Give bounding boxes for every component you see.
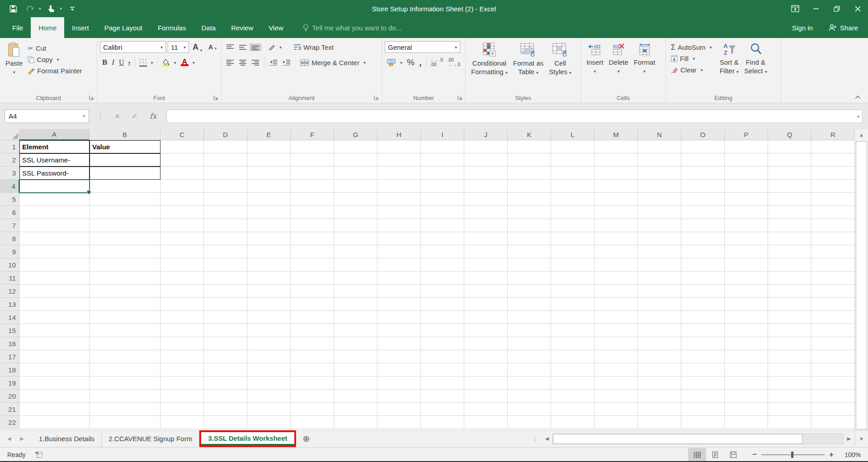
cell-C2[interactable] <box>160 153 204 167</box>
cell-styles-button[interactable]: Cell Styles <box>546 41 574 92</box>
number-format-combo[interactable]: General <box>385 41 460 53</box>
cell-J14[interactable] <box>464 311 508 324</box>
minimize-button[interactable] <box>806 0 826 17</box>
cell-D10[interactable] <box>204 258 247 271</box>
page-layout-view-button[interactable] <box>706 448 724 462</box>
row-header-2[interactable]: 2 <box>0 153 19 167</box>
enter-entry-icon[interactable]: ✓ <box>132 111 138 121</box>
cell-B5[interactable] <box>90 193 160 206</box>
cell-P17[interactable] <box>725 350 768 363</box>
cell-Q8[interactable] <box>768 232 811 245</box>
cell-A22[interactable] <box>19 416 90 429</box>
normal-view-button[interactable] <box>688 448 706 462</box>
cell-E2[interactable] <box>247 153 291 167</box>
cell-D14[interactable] <box>204 311 247 324</box>
cell-N21[interactable] <box>638 403 681 416</box>
column-header-D[interactable]: D <box>204 129 247 140</box>
increase-font-size-button[interactable]: A▲ <box>191 43 205 52</box>
cell-I2[interactable] <box>421 153 464 167</box>
middle-align-button[interactable] <box>237 43 249 51</box>
cell-H1[interactable] <box>377 140 421 153</box>
cell-G3[interactable] <box>334 167 377 180</box>
restore-button[interactable] <box>826 0 847 17</box>
cell-K9[interactable] <box>508 245 551 258</box>
cell-J22[interactable] <box>464 416 508 429</box>
cell-R10[interactable] <box>811 258 854 271</box>
cell-E5[interactable] <box>247 193 291 206</box>
cell-H13[interactable] <box>377 298 421 311</box>
cell-P2[interactable] <box>725 153 768 167</box>
cell-F3[interactable] <box>291 167 334 180</box>
cell-F5[interactable] <box>291 193 334 206</box>
row-header-3[interactable]: 3 <box>0 167 19 180</box>
cell-R3[interactable] <box>811 167 854 180</box>
accounting-format-button[interactable] <box>385 58 405 67</box>
cell-Q10[interactable] <box>768 258 811 271</box>
sheet-tab-3[interactable]: 3.SSL Details Worksheet <box>201 432 294 445</box>
cell-J8[interactable] <box>464 232 508 245</box>
cell-P3[interactable] <box>725 167 768 180</box>
cell-F4[interactable] <box>291 180 334 193</box>
cell-E9[interactable] <box>247 245 291 258</box>
cell-I7[interactable] <box>421 219 464 232</box>
next-sheet-icon[interactable]: ▶ <box>20 436 24 442</box>
font-size-combo[interactable]: 11 <box>168 41 189 53</box>
cell-F14[interactable] <box>291 311 334 324</box>
cell-R22[interactable] <box>811 416 854 429</box>
cell-J13[interactable] <box>464 298 508 311</box>
cell-K7[interactable] <box>508 219 551 232</box>
row-header-20[interactable]: 20 <box>0 390 19 403</box>
comma-style-button[interactable]: , <box>417 57 424 69</box>
cell-R15[interactable] <box>811 324 854 337</box>
cell-L15[interactable] <box>551 324 594 337</box>
cell-I8[interactable] <box>421 232 464 245</box>
cell-O11[interactable] <box>681 271 725 285</box>
column-header-O[interactable]: O <box>681 129 725 140</box>
cell-G1[interactable] <box>334 140 377 153</box>
cell-O6[interactable] <box>681 206 725 219</box>
cell-I6[interactable] <box>421 206 464 219</box>
row-header-14[interactable]: 14 <box>0 311 19 324</box>
cell-N8[interactable] <box>638 232 681 245</box>
cell-P14[interactable] <box>725 311 768 324</box>
cell-J17[interactable] <box>464 350 508 363</box>
cell-G8[interactable] <box>334 232 377 245</box>
cell-O17[interactable] <box>681 350 725 363</box>
cell-I11[interactable] <box>421 271 464 285</box>
cell-F7[interactable] <box>291 219 334 232</box>
cell-L18[interactable] <box>551 363 594 376</box>
merge-center-button[interactable]: Merge & Center <box>298 58 368 67</box>
cell-Q13[interactable] <box>768 298 811 311</box>
cell-B2[interactable] <box>90 153 160 167</box>
underline-button[interactable]: U <box>117 57 133 67</box>
cell-A21[interactable] <box>19 403 90 416</box>
cell-B8[interactable] <box>90 232 160 245</box>
cell-N17[interactable] <box>638 350 681 363</box>
cell-C13[interactable] <box>160 298 204 311</box>
cell-C16[interactable] <box>160 337 204 350</box>
cell-K12[interactable] <box>508 285 551 298</box>
column-header-F[interactable]: F <box>291 129 334 140</box>
align-left-button[interactable] <box>224 59 236 67</box>
cell-C7[interactable] <box>160 219 204 232</box>
new-sheet-button[interactable]: ⊕ <box>296 430 317 447</box>
cell-R21[interactable] <box>811 403 854 416</box>
cell-F20[interactable] <box>291 390 334 403</box>
cell-R13[interactable] <box>811 298 854 311</box>
cell-Q21[interactable] <box>768 403 811 416</box>
cell-C10[interactable] <box>160 258 204 271</box>
cell-B15[interactable] <box>90 324 160 337</box>
autosum-button[interactable]: Σ AutoSum <box>669 42 714 53</box>
cell-M2[interactable] <box>594 153 638 167</box>
cell-P10[interactable] <box>725 258 768 271</box>
cell-A6[interactable] <box>19 206 90 219</box>
cell-R17[interactable] <box>811 350 854 363</box>
format-painter-button[interactable]: Format Painter <box>25 65 84 76</box>
cell-R6[interactable] <box>811 206 854 219</box>
cell-I5[interactable] <box>421 193 464 206</box>
cell-B18[interactable] <box>90 363 160 376</box>
cell-I21[interactable] <box>421 403 464 416</box>
cell-H22[interactable] <box>377 416 421 429</box>
cell-H11[interactable] <box>377 271 421 285</box>
column-header-R[interactable]: R <box>811 129 854 140</box>
